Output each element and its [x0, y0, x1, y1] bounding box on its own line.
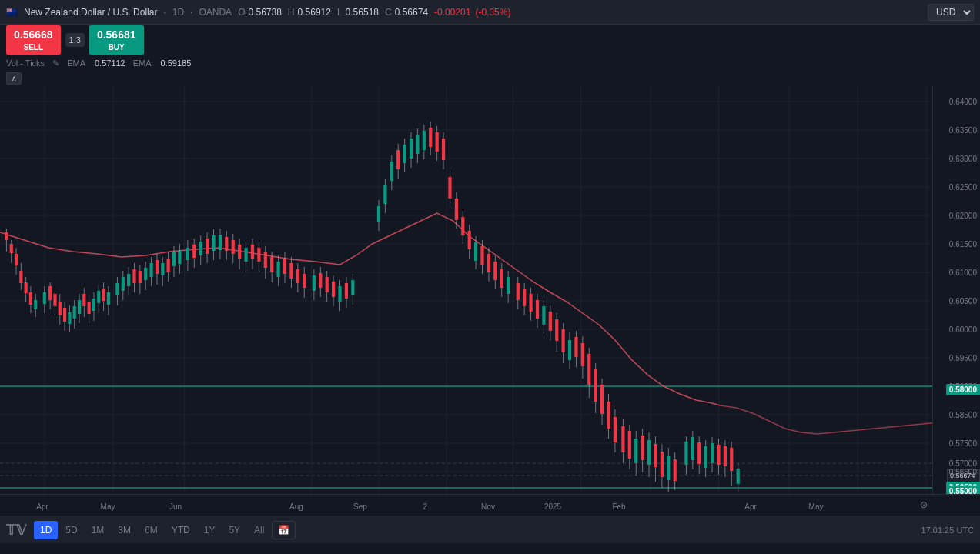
- svg-rect-179: [468, 231, 471, 249]
- price-badge-0580: 0.58000: [946, 384, 980, 395]
- sell-button[interactable]: 0.56668 SELL: [6, 25, 61, 55]
- svg-rect-153: [383, 185, 386, 204]
- tf-3m[interactable]: 3M: [112, 521, 137, 539]
- open-value: 0.56738: [248, 7, 281, 18]
- svg-rect-37: [15, 254, 18, 265]
- change-pct: (-0.35%): [475, 7, 510, 18]
- svg-rect-85: [144, 268, 147, 280]
- svg-rect-121: [257, 248, 260, 262]
- time-may: May: [101, 502, 115, 511]
- svg-rect-109: [219, 235, 222, 250]
- svg-rect-221: [607, 402, 610, 429]
- tf-all[interactable]: All: [248, 521, 270, 539]
- svg-rect-173: [448, 177, 451, 199]
- time-apr2: Apr: [744, 502, 757, 511]
- svg-rect-133: [296, 269, 299, 283]
- svg-rect-195: [523, 289, 526, 306]
- svg-rect-91: [161, 263, 164, 275]
- chart-area: 0.64000 0.63500 0.63000 0.62500 0.62000 …: [0, 86, 980, 494]
- svg-rect-169: [436, 132, 439, 152]
- svg-rect-225: [621, 426, 624, 452]
- price-0631: 0.63000: [949, 155, 977, 163]
- svg-rect-139: [319, 273, 322, 288]
- price-0635: 0.63500: [949, 126, 977, 135]
- zoom-icon[interactable]: ⊙: [920, 499, 928, 510]
- svg-rect-103: [199, 242, 202, 255]
- spread-badge: 1.3: [65, 33, 85, 47]
- ema2-label: EMA: [133, 58, 152, 68]
- price-0610: 0.61000: [949, 269, 977, 277]
- svg-rect-175: [455, 199, 458, 220]
- collapse-button[interactable]: ∧: [6, 72, 22, 85]
- timeframe-group: 1D 5D 1M 3M 6M YTD 1Y 5Y All 📅: [34, 521, 296, 539]
- svg-rect-165: [423, 131, 426, 150]
- svg-rect-65: [88, 302, 91, 314]
- svg-rect-87: [149, 263, 152, 277]
- trade-bar: 0.56668 SELL 1.3 0.56681 BUY: [0, 25, 980, 55]
- separator2: ·: [190, 7, 192, 18]
- svg-rect-105: [206, 239, 209, 254]
- close-label: C: [385, 7, 392, 18]
- timeframe-label: 1D: [172, 7, 184, 18]
- svg-rect-203: [549, 312, 552, 331]
- tf-5d[interactable]: 5D: [59, 521, 83, 539]
- edit-icon[interactable]: ✎: [52, 58, 59, 68]
- svg-rect-35: [10, 244, 13, 253]
- svg-rect-257: [730, 448, 733, 471]
- svg-rect-213: [581, 343, 584, 366]
- svg-rect-39: [19, 271, 22, 283]
- time-feb: Feb: [612, 502, 625, 511]
- svg-rect-157: [396, 150, 400, 169]
- tf-ytd[interactable]: YTD: [166, 521, 196, 539]
- svg-rect-205: [555, 319, 558, 341]
- tf-5y[interactable]: 5Y: [222, 521, 246, 539]
- svg-rect-71: [102, 289, 105, 301]
- collapse-bar: ∧: [0, 71, 980, 86]
- tf-1d[interactable]: 1D: [34, 521, 58, 539]
- time-apr: Apr: [36, 502, 48, 511]
- svg-rect-73: [107, 292, 110, 305]
- price-0595: 0.59500: [949, 354, 977, 362]
- symbol-title: New Zealand Dollar / U.S. Dollar: [24, 7, 157, 18]
- tf-1m[interactable]: 1M: [85, 521, 111, 539]
- buy-price: 0.56681: [97, 28, 136, 42]
- svg-rect-217: [594, 369, 597, 402]
- svg-rect-253: [717, 445, 720, 465]
- time-nov: Nov: [481, 502, 495, 511]
- svg-rect-81: [132, 269, 135, 283]
- svg-rect-245: [691, 437, 694, 460]
- svg-rect-155: [390, 162, 393, 181]
- flag-icon: 🇳🇿: [6, 7, 18, 18]
- buy-button[interactable]: 0.56681 BUY: [89, 25, 144, 55]
- svg-rect-135: [303, 274, 306, 288]
- currency-selector[interactable]: USD: [928, 4, 974, 21]
- svg-rect-61: [78, 300, 81, 314]
- price-axis: 0.64000 0.63500 0.63000 0.62500 0.62000 …: [932, 86, 980, 494]
- tf-1y[interactable]: 1Y: [198, 521, 222, 539]
- svg-rect-47: [43, 292, 46, 304]
- svg-rect-199: [536, 300, 539, 319]
- open-label: O: [238, 7, 245, 18]
- svg-rect-111: [225, 237, 228, 251]
- calendar-button[interactable]: 📅: [272, 521, 296, 539]
- svg-rect-123: [264, 252, 267, 268]
- svg-rect-151: [377, 206, 380, 222]
- separator: ·: [163, 7, 166, 18]
- svg-rect-197: [529, 294, 532, 312]
- svg-rect-235: [654, 444, 657, 467]
- svg-rect-161: [410, 138, 413, 159]
- price-0585: 0.58500: [949, 411, 977, 419]
- svg-rect-159: [403, 145, 406, 163]
- svg-rect-63: [82, 294, 85, 306]
- time-2: 2: [423, 502, 427, 511]
- top-bar: 🇳🇿 New Zealand Dollar / U.S. Dollar · 1D…: [0, 0, 980, 25]
- svg-rect-231: [641, 436, 644, 460]
- svg-rect-211: [574, 337, 577, 357]
- tf-6m[interactable]: 6M: [139, 521, 164, 539]
- svg-rect-49: [48, 286, 52, 300]
- svg-rect-83: [139, 271, 142, 283]
- clock-time: 17:01:25 UTC: [921, 526, 974, 535]
- price-0615: 0.61500: [949, 240, 977, 249]
- svg-rect-237: [661, 452, 664, 477]
- svg-rect-177: [461, 217, 464, 235]
